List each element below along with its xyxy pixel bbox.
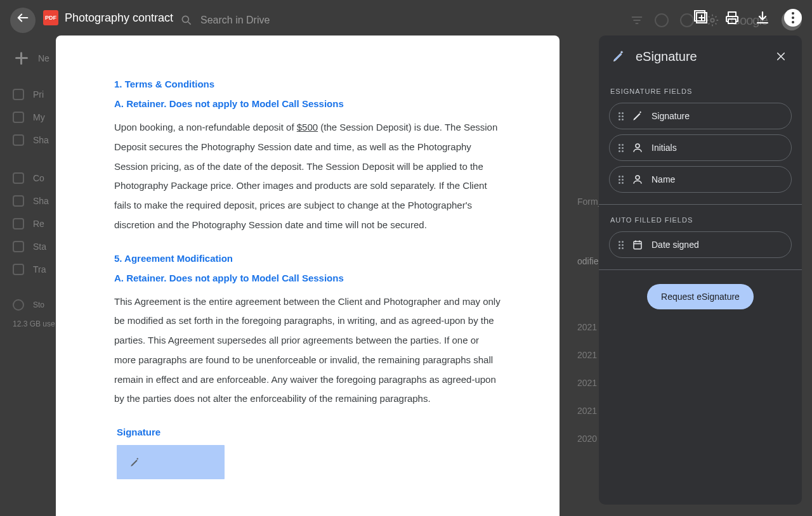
- paragraph-1: Upon booking, a non-refundable deposit o…: [114, 118, 501, 235]
- para1-pre: Upon booking, a non-refundable deposit o…: [114, 122, 297, 132]
- initials-icon: [631, 142, 644, 153]
- field-signature[interactable]: Signature: [609, 103, 792, 129]
- add-box-icon: [694, 10, 709, 25]
- more-options-button[interactable]: [784, 9, 802, 27]
- sidebar-label: Re: [33, 219, 44, 229]
- drag-handle-icon: [619, 144, 624, 152]
- back-button[interactable]: [10, 5, 36, 30]
- sidebar-label: Tra: [33, 264, 46, 274]
- more-vert-icon: [792, 12, 794, 23]
- sidebar-icon: [13, 264, 24, 275]
- pdf-badge: PDF: [43, 10, 58, 25]
- sidebar-label: Sha: [33, 196, 49, 206]
- para1-post: (the Session Deposit) is due. The Sessio…: [114, 122, 497, 230]
- sidebar-icon: [13, 241, 24, 252]
- signature-field[interactable]: [117, 445, 225, 479]
- print-button[interactable]: [723, 9, 741, 27]
- add-to-drive-button[interactable]: [693, 9, 710, 27]
- print-icon: [724, 10, 740, 25]
- sidebar-label: Pri: [33, 89, 44, 100]
- sidebar-label: Sta: [33, 242, 46, 252]
- signature-label: Signature: [117, 427, 501, 437]
- cloud-icon: [13, 299, 24, 311]
- field-label: Initials: [652, 143, 677, 153]
- name-icon: [631, 174, 644, 185]
- storage-label: Sto: [33, 300, 44, 309]
- plus-icon: [13, 49, 30, 67]
- field-name[interactable]: Name: [609, 166, 792, 193]
- calendar-icon: [631, 239, 644, 250]
- sidebar-icon: [13, 112, 24, 123]
- panel-pen-icon: [610, 48, 627, 65]
- arrow-left-icon: [16, 11, 30, 25]
- auto-section-label: AUTO FILLED FIELDS: [599, 205, 802, 231]
- sidebar-label: My: [33, 112, 45, 122]
- sidebar-icon: [13, 89, 24, 100]
- field-label: Signature: [652, 111, 690, 121]
- svg-point-6: [636, 176, 639, 179]
- pen-icon: [129, 456, 141, 468]
- header-action-icons: [693, 9, 802, 27]
- field-initials[interactable]: Initials: [609, 134, 792, 161]
- viewer-header: PDF Photography contract: [0, 0, 812, 35]
- new-label: Ne: [38, 53, 49, 63]
- field-date-signed[interactable]: Date signed: [609, 231, 792, 258]
- paragraph-5: This Agreement is the entire agreement b…: [114, 292, 501, 410]
- sidebar-icon: [13, 134, 24, 146]
- drag-handle-icon: [619, 112, 624, 120]
- document-title: Photography contract: [65, 11, 173, 25]
- sidebar-icon: [13, 195, 24, 207]
- section-5-sub: A. Retainer. Does not apply to Model Cal…: [114, 273, 501, 283]
- sidebar-icon: [13, 218, 24, 229]
- drag-handle-icon: [619, 176, 624, 184]
- sidebar-label: Co: [33, 173, 44, 183]
- esignature-panel: eSignature ESIGNATURE FIELDS Signature I…: [599, 35, 802, 505]
- panel-title: eSignature: [636, 49, 766, 64]
- section-1-title: 1. Terms & Conditions: [114, 79, 501, 89]
- download-icon: [755, 10, 770, 25]
- sidebar-icon: [13, 172, 24, 184]
- section-5-title: 5. Agreement Modification: [114, 253, 501, 264]
- svg-rect-7: [634, 242, 641, 249]
- para1-amount: $500: [297, 122, 318, 132]
- drive-sidebar: Ne Pri My Sha Co Sha Re Sta Tra Sto 12.3…: [0, 46, 63, 516]
- sidebar-label: Sha: [33, 135, 49, 145]
- svg-point-5: [636, 144, 639, 148]
- close-panel-button[interactable]: [775, 51, 790, 62]
- signature-icon: [631, 110, 644, 122]
- close-icon: [775, 51, 787, 62]
- document-page: 1. Terms & Conditions A. Retainer. Does …: [56, 35, 560, 516]
- section-1-sub: A. Retainer. Does not apply to Model Cal…: [114, 98, 501, 109]
- field-label: Date signed: [652, 240, 699, 250]
- request-esignature-button[interactable]: Request eSignature: [647, 284, 754, 309]
- panel-header: eSignature: [599, 35, 802, 76]
- field-label: Name: [652, 174, 675, 184]
- drag-handle-icon: [619, 241, 624, 249]
- download-button[interactable]: [754, 9, 771, 27]
- panel-action-area: Request eSignature: [599, 270, 802, 323]
- fields-section-label: ESIGNATURE FIELDS: [599, 76, 802, 103]
